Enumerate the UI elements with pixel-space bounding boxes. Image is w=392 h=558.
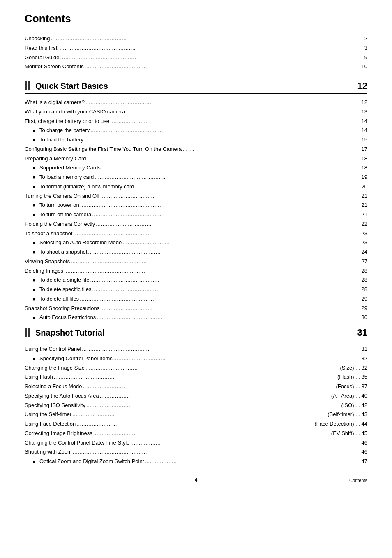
toc-line: Changing the Image Size ................…	[25, 364, 367, 373]
toc-line: ■ To load a memory card ................…	[25, 173, 367, 182]
dots: ...............................	[100, 304, 360, 313]
page-number: 47	[362, 457, 367, 466]
page-number: 18	[362, 154, 367, 164]
entry-label: Specifying ISO Sensitivity	[25, 401, 85, 410]
dots: .................................	[87, 154, 361, 164]
entry-label: To turn power on .......................…	[39, 201, 367, 210]
section-title-text: Snapshot Tutorial	[35, 328, 105, 338]
dots: ........................................…	[71, 257, 360, 266]
entry-label: Monitor Screen Contents	[25, 62, 84, 72]
toc-line: General Guide ..........................…	[25, 53, 367, 63]
bullet-icon: ■	[33, 183, 39, 191]
dots: ........................................…	[90, 276, 360, 285]
page-number: 28	[362, 276, 367, 285]
section-page-num: 12	[357, 81, 367, 91]
toc-line: Shooting with Zoom .....................…	[25, 447, 367, 457]
entry-label: To delete a single file ................…	[39, 276, 367, 285]
page-suffix: (ISO) . . 42	[341, 401, 367, 410]
dots: ...................	[100, 391, 330, 401]
svg-rect-0	[25, 81, 27, 90]
toc-line: Turning the Camera On and Off ..........…	[25, 192, 367, 201]
dots: ...................	[126, 107, 360, 117]
toc-line: Deleting Images ........................…	[25, 266, 367, 276]
entry-label: To turn off the camera .................…	[39, 210, 367, 220]
toc-line: Snapshot Shooting Precautions ..........…	[25, 304, 367, 313]
toc-line: Preparing a Memory Card ................…	[25, 154, 367, 164]
bullet-icon: ■	[33, 211, 39, 219]
dots: ......................	[135, 182, 360, 192]
page-number: 21	[362, 192, 367, 201]
entry-label: Using the Self-timer	[25, 410, 71, 419]
dots: .......................................	[97, 313, 360, 322]
dots: ........................................…	[88, 248, 360, 257]
toc-line: What is a digital camera? ..............…	[25, 98, 367, 107]
bullet-icon: ■	[33, 248, 39, 256]
page-number: 32	[362, 354, 367, 364]
toc-line: Configuring Basic Settings the First Tim…	[25, 145, 367, 154]
section-page-num: 31	[357, 327, 367, 338]
entry-label: General Guide	[25, 53, 60, 63]
bullet-icon: ■	[33, 127, 39, 134]
page-number: 17	[362, 145, 367, 154]
page-number: 3	[364, 44, 367, 53]
dots: .........................	[72, 410, 327, 419]
entry-label: Snapshot Shooting Precautions	[25, 304, 99, 313]
page-number: 15	[362, 135, 367, 145]
dots: ....................................	[54, 373, 337, 382]
toc-line: First, charge the battery prior to use .…	[25, 117, 367, 126]
toc-line: Using Flash ............................…	[25, 373, 367, 382]
page-number: 46	[362, 438, 367, 448]
toc-line: ■ To format (initialize) a new memory ca…	[25, 182, 367, 192]
entry-label: Turning the Camera On and Off	[25, 192, 99, 201]
page-number: 18	[362, 163, 367, 173]
entry-label: To charge the battery ..................…	[39, 126, 367, 135]
page-number: 30	[362, 313, 367, 322]
dots: ........................................…	[51, 34, 363, 44]
page-number: 29	[362, 304, 367, 313]
entry-label: To load the battery ....................…	[39, 135, 367, 145]
section-header: Quick Start Basics 12	[25, 81, 367, 94]
page-number: 14	[362, 126, 367, 135]
page-number: 29	[362, 294, 367, 304]
page-number: 9	[364, 53, 367, 63]
dots: .........................	[93, 429, 330, 438]
toc-line: ■ Selecting an Auto Recording Mode .....…	[25, 238, 367, 248]
page-number: 27	[362, 257, 367, 266]
footer-label: Contents	[349, 478, 367, 483]
dots: ................................	[100, 192, 360, 201]
svg-rect-2	[25, 328, 27, 337]
bullet-icon: ■	[33, 314, 39, 322]
entry-label: Holding the Camera Correctly	[25, 220, 95, 229]
entry-label: To delete all files ....................…	[39, 294, 367, 304]
dots: .................................	[96, 220, 360, 229]
dots: .........................	[76, 419, 314, 429]
bullet-icon: ■	[33, 458, 39, 465]
page: Contents Unpacking .....................…	[0, 0, 392, 491]
section-title: Snapshot Tutorial	[25, 328, 105, 338]
dots: .......................................	[85, 98, 361, 107]
toc-line: Holding the Camera Correctly ...........…	[25, 220, 367, 229]
dots: . . . .	[182, 145, 360, 154]
entry-label: To load a memory card ..................…	[39, 173, 367, 182]
entry-label: To format (initialize) a new memory card…	[39, 182, 367, 192]
dots: ...........................	[86, 401, 340, 410]
toc-line: Read this first! .......................…	[25, 44, 367, 53]
page-number: 10	[362, 62, 367, 72]
toc-line: ■ To delete a single file ..............…	[25, 276, 367, 285]
entry-label: To delete specific files ...............…	[39, 285, 367, 294]
entry-label: To shoot a snapshot ....................…	[39, 248, 367, 257]
page-number: 22	[362, 220, 367, 229]
entry-label: Configuring Basic Settings the First Tim…	[25, 145, 182, 154]
entry-label: First, charge the battery prior to use	[25, 117, 109, 126]
dots: ...............................	[85, 364, 339, 373]
page-number: 13	[362, 107, 367, 117]
page-number: 23	[362, 238, 367, 248]
entry-label: To shoot a snapshot	[25, 229, 72, 238]
entry-label: Specifying Control Panel Items .........…	[39, 354, 367, 364]
bullet-icon: ■	[33, 164, 39, 172]
entry-label: Using the Control Panel	[25, 345, 81, 354]
entry-label: Auto Focus Restrictions ................…	[39, 313, 367, 322]
toc-line: Using Face Detection ...................…	[25, 419, 367, 429]
entry-label: Changing the Control Panel Date/Time Sty…	[25, 438, 129, 448]
dots: ............................	[122, 238, 360, 248]
